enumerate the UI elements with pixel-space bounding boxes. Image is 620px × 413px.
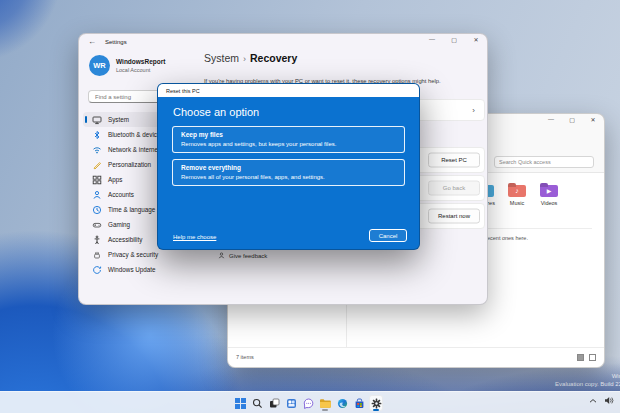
settings-minimize-button[interactable]: — [427,36,437,43]
breadcrumb-separator: › [243,54,246,64]
explorer-status-bar: 7 items [228,347,604,367]
windows-update-icon [92,265,102,275]
page-title: Recovery [250,52,297,64]
edge-button[interactable] [335,395,349,411]
microsoft-store-icon [354,398,365,409]
accessibility-person-icon [92,235,102,245]
microsoft-store-button[interactable] [352,395,366,411]
large-icons-view-icon[interactable] [589,354,596,361]
privacy-hand-icon [92,250,102,260]
search-button[interactable] [250,395,264,411]
clock-icon [92,205,102,215]
chat-button[interactable] [301,395,315,411]
go-back-button: Go back [428,181,480,196]
file-explorer-icon [319,398,331,409]
task-view-icon [269,398,280,409]
breadcrumb: System›Recovery [204,52,297,64]
gamepad-icon [92,220,102,230]
system-icon [92,115,102,125]
settings-taskbar-button[interactable] [369,395,383,411]
music-folder-icon: ♪ [508,185,526,197]
settings-window-title: Settings [105,39,127,45]
active-app-indicator [373,409,379,411]
widgets-icon [286,398,297,409]
file-explorer-button[interactable] [318,395,332,411]
dialog-titlebar[interactable]: Reset this PC [158,84,419,97]
windows-logo-icon [235,398,246,409]
edge-icon [337,398,348,409]
help-me-choose-link[interactable]: Help me choose [173,234,216,240]
selection-indicator [85,116,88,123]
explorer-close-button[interactable]: ✕ [588,116,598,123]
personalization-brush-icon [92,160,102,170]
wifi-icon [92,145,102,155]
settings-close-button[interactable]: ✕ [471,36,481,43]
dialog-heading: Choose an option [173,106,259,118]
feedback-person-icon [218,252,225,259]
details-view-icon[interactable] [577,354,584,361]
breadcrumb-root[interactable]: System [204,52,239,64]
speaker-icon[interactable] [604,396,614,405]
reset-this-pc-dialog: Reset this PC Choose an option Keep my f… [157,83,420,250]
hidden-icons-chevron[interactable] [589,398,597,404]
account-avatar[interactable]: WR [89,55,110,76]
task-view-button[interactable] [267,395,281,411]
start-button[interactable] [233,395,247,411]
apps-grid-icon [92,175,102,185]
desktop: — ▢ ✕ Pictures ♪ Music ▶ Videos After yo… [0,0,620,413]
sidebar-item-windows-update[interactable]: Windows Update [83,262,235,277]
folder-tile-videos[interactable]: ▶ Videos [532,185,566,206]
evaluation-watermark: Win Evaluation copy. Build 22 [555,373,620,388]
folder-tile-music[interactable]: ♪ Music [500,185,534,206]
bluetooth-icon [92,130,102,140]
reset-pc-button[interactable]: Reset PC [428,153,480,168]
settings-titlebar[interactable]: ← Settings — ▢ ✕ [79,34,487,50]
remove-everything-option[interactable]: Remove everything Removes all of your pe… [172,159,405,186]
search-icon [252,398,263,409]
chevron-right-icon: › [472,106,475,115]
accounts-person-icon [92,190,102,200]
account-type: Local Account [116,67,150,73]
settings-maximize-button[interactable]: ▢ [449,36,459,43]
taskbar [0,391,620,413]
explorer-search-input[interactable] [494,156,594,168]
give-feedback-link[interactable]: Give feedback [218,252,267,259]
chat-bubble-icon [303,398,314,409]
restart-now-button[interactable]: Restart now [428,209,480,224]
videos-folder-icon: ▶ [540,185,558,197]
explorer-minimize-button[interactable]: — [546,116,556,123]
back-arrow-icon[interactable]: ← [88,37,96,46]
open-app-indicator [322,409,328,411]
gear-icon [371,398,382,409]
widgets-button[interactable] [284,395,298,411]
dialog-title: Reset this PC [166,88,200,94]
item-count: 7 items [236,354,254,360]
keep-my-files-option[interactable]: Keep my files Removes apps and settings,… [172,126,405,153]
explorer-maximize-button[interactable]: ▢ [567,116,577,123]
cancel-button[interactable]: Cancel [369,229,407,242]
account-name: WindowsReport [116,58,165,65]
